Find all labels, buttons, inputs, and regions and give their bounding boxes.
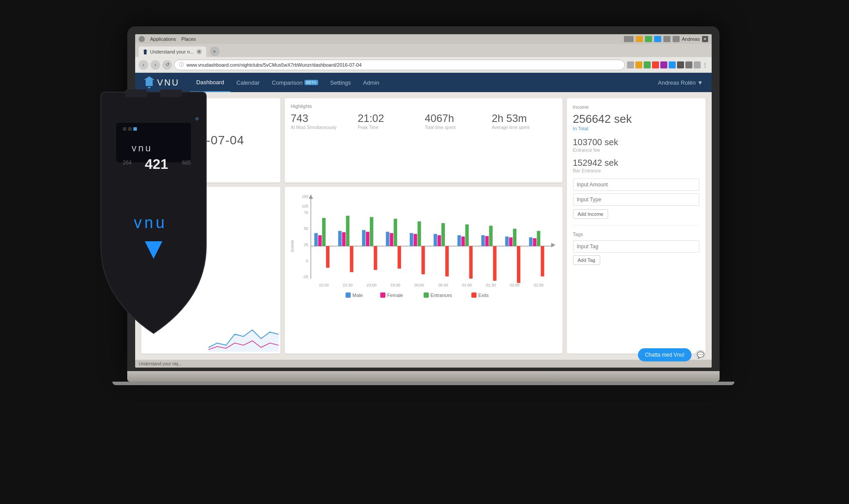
income-total-label: In Total [573,126,700,131]
input-tag-field[interactable] [573,240,700,253]
income-entrance-amount: 103700 sek [573,137,700,147]
tab-close-icon[interactable]: ✕ [197,49,202,54]
highlight-label-2: Total time spent [425,125,489,130]
address-bar[interactable]: ⓘ www.vnudashboard.com/nightclubs/5vCMus… [174,60,625,70]
svg-text:Entrances: Entrances [430,292,452,297]
income-bar-label: Bar Entrance [573,168,700,173]
income-card: Income 256642 sek In Total 103700 sek En… [567,98,706,354]
svg-text:⎆: ⎆ [195,115,199,122]
svg-rect-56 [481,235,484,246]
svg-rect-5 [128,127,132,131]
input-amount-field[interactable] [573,179,700,191]
os-applications[interactable]: Applications [150,36,176,42]
highlights-title: Highlights [291,104,556,109]
svg-rect-37 [366,232,369,246]
svg-rect-84 [471,292,476,297]
svg-text:0: 0 [306,258,308,263]
svg-rect-67 [541,246,544,276]
nav-user[interactable]: Andreas Rolén ▼ [658,79,703,86]
svg-marker-18 [308,194,313,199]
svg-rect-33 [342,232,345,246]
svg-rect-78 [345,292,351,297]
svg-rect-0 [125,89,147,97]
svg-text:75: 75 [304,210,308,214]
back-button[interactable]: ‹ [139,60,148,70]
browser-action-8 [685,61,692,68]
forward-button[interactable]: › [150,60,160,70]
nav-link-calendar[interactable]: Calendar [230,73,266,92]
browser-action-5 [660,61,667,68]
svg-rect-28 [314,233,318,246]
svg-text:02:30: 02:30 [534,282,543,287]
nav-link-comparison[interactable]: Comparison BETA [266,73,324,92]
svg-text:421: 421 [145,156,168,172]
svg-text:-25: -25 [302,275,308,279]
svg-text:23:30: 23:30 [390,282,400,287]
svg-rect-51 [445,246,448,276]
highlight-value-1: 21:02 [358,112,422,125]
chat-button[interactable]: Chatta med Vnu! [638,348,691,361]
svg-text:22:00: 22:00 [319,282,328,287]
browser-tab[interactable]: Understand your n... ✕ [139,46,206,57]
nav-links: Dashboard Calendar Comparison BETA Setti… [190,73,658,92]
browser-menu-icon[interactable]: ⋮ [702,61,708,68]
svg-text:vnu: vnu [132,143,152,154]
browser-actions: ⋮ [627,61,708,68]
svg-text:25: 25 [304,243,308,247]
income-entrance-label: Entrance fee [573,147,700,153]
app-logo: VNU [144,76,179,89]
svg-rect-60 [505,236,509,246]
refresh-button[interactable]: ↺ [162,60,172,70]
chat-icon: 💬 [695,350,706,360]
svg-rect-66 [537,231,540,246]
svg-text:01:00: 01:00 [462,282,472,287]
svg-text:00:00: 00:00 [414,282,424,287]
highlight-item-2: 4067h Total time spent [425,112,489,130]
browser-action-3 [644,61,651,68]
svg-text:01:30: 01:30 [486,282,495,287]
highlight-value-3: 2h 53m [492,112,556,125]
svg-rect-39 [373,246,377,270]
app-navbar: VNU Dashboard Calendar Comparison BETA S… [135,73,712,92]
os-bar: Applications Places Andreas ✕ [135,34,712,44]
svg-text:Exits: Exits [478,292,489,297]
svg-rect-54 [465,224,469,246]
svg-rect-32 [338,231,341,246]
input-type-field[interactable] [573,193,700,206]
svg-rect-50 [441,223,445,246]
logo-text: VNU [157,78,179,88]
add-income-button[interactable]: Add Income [573,209,609,219]
highlights-grid: 743 At Most Simultaneously 21:02 Peak Ti… [291,112,556,130]
svg-rect-48 [433,234,437,246]
svg-rect-80 [380,292,385,297]
svg-rect-45 [413,234,417,246]
svg-rect-59 [493,246,496,281]
nav-link-admin[interactable]: Admin [357,73,386,92]
os-icon [139,36,145,42]
svg-text:Guests: Guests [290,239,294,252]
highlight-item-3: 2h 53m Average time spent [492,112,556,130]
os-places[interactable]: Places [181,36,196,42]
svg-marker-13 [143,49,147,54]
vnu-device: ⎆ vnu 264 421 685 vnu [88,88,219,342]
svg-text:50: 50 [304,226,308,231]
vnu-tab-icon [143,49,147,54]
status-bar: Understand your niq... [135,360,712,368]
new-tab-button[interactable]: + [210,46,219,56]
svg-text:Male: Male [352,292,363,297]
svg-rect-41 [390,233,393,246]
dashboard-grid: 2016-07-04 Highlights 743 At Most Simult… [135,92,712,360]
svg-rect-46 [417,221,421,246]
svg-rect-55 [469,246,473,279]
url-text: www.vnudashboard.com/nightclubs/5vCMus5w… [186,62,362,68]
svg-marker-14 [144,76,154,86]
income-section-title: Income [573,104,700,110]
main-chart: 100 75 50 25 0 -25 125 Guests [289,191,558,301]
svg-rect-38 [369,217,373,246]
highlight-label-0: At Most Simultaneously [291,125,355,130]
browser-action-7 [677,61,684,68]
nav-link-settings[interactable]: Settings [324,73,357,92]
svg-rect-58 [489,225,492,246]
add-tag-button[interactable]: Add Tag [573,255,600,265]
svg-text:Female: Female [387,292,403,297]
